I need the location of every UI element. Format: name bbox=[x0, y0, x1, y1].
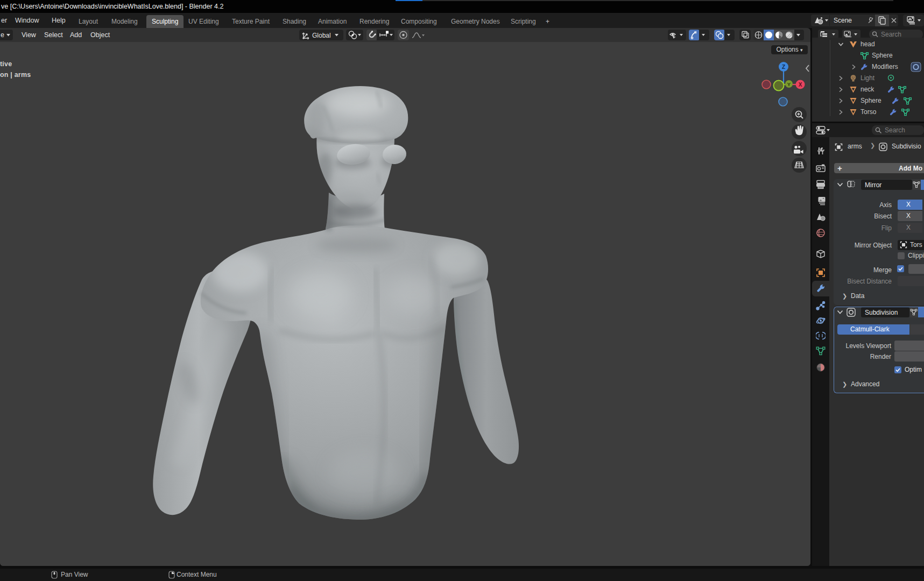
svg-text:Y: Y bbox=[787, 81, 791, 87]
svg-text:Search: Search bbox=[881, 31, 901, 38]
svg-text:Search: Search bbox=[885, 126, 905, 134]
svg-text:e: e bbox=[1, 31, 4, 39]
svg-text:Global: Global bbox=[312, 32, 331, 39]
svg-text:X: X bbox=[799, 82, 802, 88]
svg-text:Scene: Scene bbox=[834, 17, 852, 24]
svg-text:Z: Z bbox=[782, 64, 785, 70]
